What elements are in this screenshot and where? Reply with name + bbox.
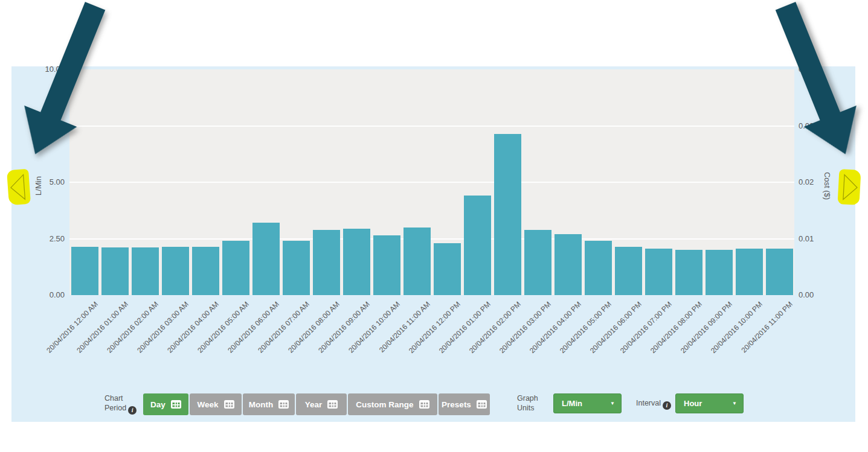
period-button-label: Year (305, 400, 323, 409)
calendar-icon (278, 400, 289, 409)
calendar-icon (171, 400, 181, 409)
chart-period-buttons: DayWeekMonthYearCustom RangePresets (143, 393, 490, 415)
bar-20-04-2016-08-00-am[interactable] (313, 230, 340, 295)
interval-label: Intervali (636, 398, 671, 410)
bar-20-04-2016-07-00-am[interactable] (283, 241, 310, 295)
bar-20-04-2016-11-00-am[interactable] (403, 228, 431, 295)
pan-right-triangle-icon (838, 169, 861, 205)
period-button-week[interactable]: Week (190, 393, 242, 415)
period-button-label: Presets (442, 400, 471, 409)
chart-panel: 10.007.505.002.500.00 0.040.030.020.010.… (11, 66, 855, 422)
left-tick-label: 0.00 (11, 290, 65, 300)
left-axis-title-text: L/Min (34, 176, 43, 196)
bar-20-04-2016-03-00-am[interactable] (162, 247, 189, 295)
bar-20-04-2016-03-00-pm[interactable] (524, 230, 551, 295)
bar-20-04-2016-06-00-pm[interactable] (615, 247, 642, 295)
bar-20-04-2016-09-00-pm[interactable] (706, 250, 733, 295)
pan-left-button[interactable] (7, 169, 31, 205)
period-button-year[interactable]: Year (296, 393, 347, 415)
pan-right-button[interactable] (838, 169, 861, 205)
pan-left-triangle-icon (7, 169, 31, 205)
bar-20-04-2016-01-00-am[interactable] (101, 247, 129, 295)
bar-20-04-2016-10-00-pm[interactable] (736, 249, 763, 295)
right-axis-title: Cost ($) (821, 168, 834, 204)
period-button-presets[interactable]: Presets (439, 393, 490, 415)
period-button-day[interactable]: Day (143, 393, 188, 415)
bar-20-04-2016-04-00-pm[interactable] (555, 234, 582, 295)
bar-20-04-2016-12-00-am[interactable] (71, 247, 98, 295)
bar-20-04-2016-10-00-am[interactable] (373, 235, 400, 295)
info-icon[interactable]: i (663, 401, 671, 410)
period-button-label: Week (197, 400, 218, 409)
info-icon[interactable]: i (128, 406, 137, 415)
graph-units-label: Graph Units (517, 393, 547, 413)
right-tick-label: 0.02 (799, 177, 842, 187)
calendar-icon (477, 400, 487, 409)
calendar-icon (224, 400, 234, 409)
right-tick-label: 0.01 (799, 234, 842, 244)
period-button-label: Month (249, 400, 273, 409)
left-tick-label: 2.50 (11, 234, 65, 244)
bar-20-04-2016-06-00-am[interactable] (252, 223, 280, 295)
right-tick-label: 0.00 (799, 290, 842, 300)
bar-20-04-2016-05-00-pm[interactable] (585, 241, 612, 295)
bar-20-04-2016-08-00-pm[interactable] (675, 250, 702, 295)
period-button-custom-range[interactable]: Custom Range (348, 393, 437, 415)
bar-20-04-2016-01-00-pm[interactable] (464, 196, 491, 295)
graph-units-value: L/Min (562, 399, 582, 408)
bar-20-04-2016-11-00-pm[interactable] (766, 249, 793, 295)
interval-value: Hour (684, 399, 702, 408)
bar-20-04-2016-02-00-pm[interactable] (494, 134, 521, 295)
calendar-icon (419, 400, 429, 409)
caret-down-icon: ▼ (610, 401, 615, 406)
chart-controls-bar: Chart Periodi DayWeekMonthYearCustom Ran… (11, 390, 855, 421)
period-button-label: Custom Range (356, 400, 413, 409)
graph-units-select[interactable]: L/Min ▼ (553, 393, 622, 413)
left-axis-title: L/Min (32, 168, 44, 204)
right-axis-title-text: Cost ($) (823, 172, 832, 200)
period-button-label: Day (150, 400, 166, 409)
bar-20-04-2016-04-00-am[interactable] (192, 247, 219, 295)
calendar-icon (327, 400, 338, 409)
gridline (69, 182, 794, 183)
chart-period-label: Chart Periodi (104, 393, 142, 415)
gridline (69, 126, 794, 127)
bar-20-04-2016-09-00-am[interactable] (343, 229, 370, 295)
period-button-month[interactable]: Month (243, 393, 295, 415)
bar-20-04-2016-05-00-am[interactable] (222, 241, 249, 295)
bar-20-04-2016-02-00-am[interactable] (132, 247, 159, 295)
bar-20-04-2016-07-00-pm[interactable] (645, 249, 672, 295)
water-usage-chart-screen: 10.007.505.002.500.00 0.040.030.020.010.… (0, 0, 868, 452)
plot-area (69, 69, 794, 295)
interval-select[interactable]: Hour ▼ (675, 393, 744, 413)
bar-20-04-2016-12-00-pm[interactable] (434, 243, 461, 295)
gridline (69, 238, 794, 240)
caret-down-icon: ▼ (732, 401, 737, 406)
